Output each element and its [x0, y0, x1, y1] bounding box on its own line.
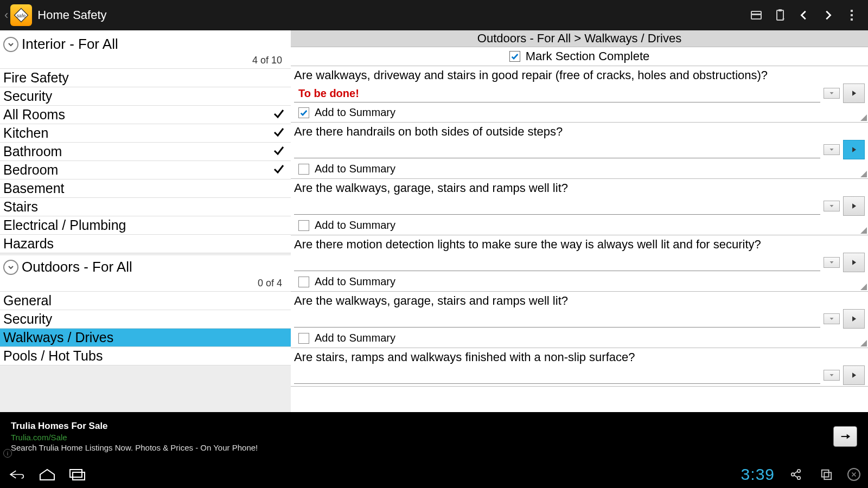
card-icon[interactable] — [744, 3, 768, 27]
sidebar-item[interactable]: Security — [0, 87, 291, 106]
sidebar-item[interactable]: Security — [0, 310, 291, 329]
screenshot-icon[interactable] — [817, 467, 835, 481]
mark-complete-row[interactable]: Mark Section Complete — [291, 47, 868, 66]
check-icon — [272, 107, 285, 123]
add-summary-checkbox[interactable] — [298, 220, 309, 231]
svg-marker-9 — [830, 149, 834, 151]
question-block: Are the walkways, garage, stairs and ram… — [291, 179, 868, 235]
dropdown-button[interactable] — [824, 88, 840, 99]
sys-back-icon[interactable] — [8, 467, 26, 481]
svg-marker-14 — [852, 260, 856, 265]
svg-marker-13 — [830, 261, 834, 264]
dropdown-button[interactable] — [824, 201, 840, 211]
sidebar-item[interactable]: Stairs — [0, 198, 291, 216]
go-button[interactable] — [843, 140, 865, 159]
go-button[interactable] — [843, 196, 865, 216]
question-text: Are stairs, ramps and walkways finished … — [294, 350, 865, 365]
ad-banner[interactable]: i Trulia Homes For Sale Trulia.com/Sale … — [0, 412, 868, 461]
svg-rect-26 — [822, 470, 829, 477]
sidebar-item-label: Stairs — [3, 199, 285, 215]
go-button[interactable] — [843, 309, 865, 329]
system-nav-bar: 3:39 — [0, 461, 868, 488]
answer-input[interactable] — [294, 310, 820, 328]
sidebar-item-label: Fire Safety — [3, 70, 285, 86]
add-summary-label: Add to Summary — [315, 106, 395, 119]
svg-marker-18 — [852, 373, 856, 377]
sidebar-item[interactable]: Basement — [0, 179, 291, 198]
sys-home-icon[interactable] — [38, 467, 56, 481]
sidebar: Interior - For All 4 of 10 Fire SafetySe… — [0, 30, 291, 412]
sidebar-item[interactable]: General — [0, 292, 291, 310]
sidebar-item[interactable]: Pools / Hot Tubs — [0, 347, 291, 365]
sidebar-item[interactable]: Walkways / Drives — [0, 329, 291, 347]
ad-info-icon[interactable]: i — [3, 449, 12, 458]
sidebar-item-label: Bathroom — [3, 144, 272, 159]
question-text: Are the walkways, garage, stairs and ram… — [294, 294, 865, 309]
svg-line-24 — [794, 472, 797, 474]
question-block: Are walkways, driveway and stairs in goo… — [291, 66, 868, 123]
svg-line-25 — [794, 475, 797, 478]
sidebar-item[interactable]: Bedroom — [0, 161, 291, 179]
add-summary-checkbox[interactable] — [298, 164, 309, 175]
dropdown-button[interactable] — [824, 370, 840, 381]
back-icon[interactable]: ‹ — [4, 8, 8, 22]
add-summary-label: Add to Summary — [315, 163, 395, 175]
category-header-outdoors[interactable]: Outdoors - For All 0 of 4 — [0, 255, 291, 292]
go-button[interactable] — [843, 253, 865, 272]
next-icon[interactable] — [816, 3, 840, 27]
add-summary-checkbox[interactable] — [298, 107, 309, 118]
sidebar-item[interactable]: Bathroom — [0, 143, 291, 161]
sidebar-item-label: Electrical / Plumbing — [3, 217, 285, 233]
add-summary-label: Add to Summary — [315, 332, 395, 344]
add-summary-checkbox[interactable] — [298, 333, 309, 344]
add-summary-row[interactable]: Add to Summary — [294, 216, 865, 234]
sidebar-item[interactable]: Kitchen — [0, 124, 291, 143]
question-text: Are there motion detection lights to mak… — [294, 237, 865, 253]
app-logo[interactable]: safe — [10, 4, 32, 26]
sidebar-item-label: Security — [3, 88, 285, 104]
go-button[interactable] — [843, 365, 865, 385]
svg-marker-16 — [852, 316, 856, 321]
go-button[interactable] — [843, 84, 865, 103]
clipboard-icon[interactable] — [768, 3, 792, 27]
add-summary-row[interactable]: Add to Summary — [294, 329, 865, 346]
close-icon[interactable] — [847, 468, 860, 481]
category-title: Outdoors - For All — [22, 259, 132, 275]
svg-point-22 — [797, 470, 801, 473]
dropdown-button[interactable] — [824, 313, 840, 324]
dropdown-button[interactable] — [824, 257, 840, 268]
sys-recent-icon[interactable] — [68, 467, 87, 481]
chevron-down-icon — [3, 37, 18, 52]
category-count: 0 of 4 — [3, 275, 285, 290]
sidebar-item[interactable]: Electrical / Plumbing — [0, 216, 291, 235]
sidebar-item[interactable]: Fire Safety — [0, 69, 291, 87]
content-pane: Outdoors - For All > Walkways / Drives M… — [291, 30, 868, 412]
overflow-menu-icon[interactable] — [840, 3, 864, 27]
question-text: Are there handrails on both sides of out… — [294, 125, 865, 140]
svg-rect-3 — [751, 14, 761, 15]
category-header-interior[interactable]: Interior - For All 4 of 10 — [0, 30, 291, 69]
sidebar-item-label: General — [3, 293, 285, 309]
dropdown-button[interactable] — [824, 144, 840, 155]
check-icon — [272, 125, 285, 142]
add-summary-row[interactable]: Add to Summary — [294, 159, 865, 177]
prev-icon[interactable] — [792, 3, 816, 27]
sidebar-item[interactable]: Hazards — [0, 235, 291, 253]
ad-arrow-button[interactable] — [833, 426, 857, 447]
answer-input[interactable] — [294, 254, 820, 271]
sidebar-item-label: Basement — [3, 181, 285, 196]
add-summary-row[interactable]: Add to Summary — [294, 103, 865, 121]
mark-complete-checkbox[interactable] — [509, 51, 520, 62]
add-summary-row[interactable]: Add to Summary — [294, 272, 865, 290]
add-summary-checkbox[interactable] — [298, 277, 309, 287]
resize-corner-icon — [860, 227, 867, 234]
question-text: Are the walkways, garage, stairs and ram… — [294, 181, 865, 196]
answer-input[interactable] — [294, 367, 820, 384]
answer-input[interactable] — [294, 84, 820, 102]
clock: 3:39 — [741, 465, 775, 484]
sidebar-item[interactable]: All Rooms — [0, 106, 291, 124]
answer-input[interactable] — [294, 197, 820, 215]
answer-input[interactable] — [294, 141, 820, 158]
sidebar-item-label: Hazards — [3, 236, 285, 252]
share-icon[interactable] — [787, 467, 805, 481]
